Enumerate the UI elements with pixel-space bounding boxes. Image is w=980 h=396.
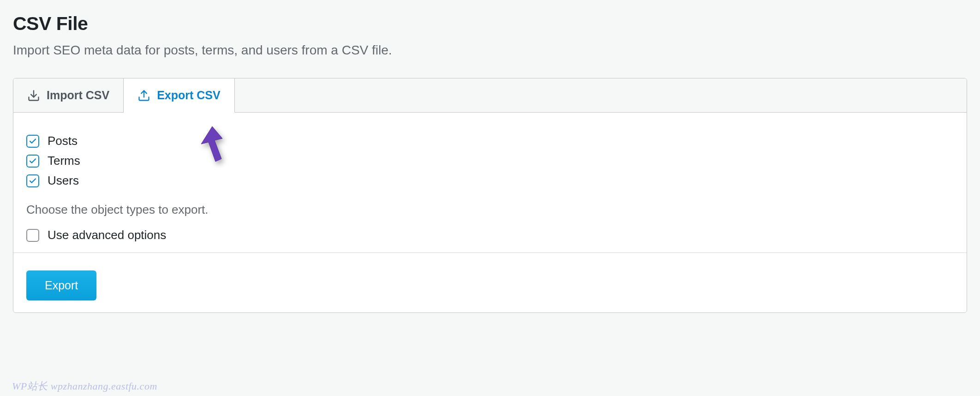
advanced-row: Use advanced options <box>26 228 954 252</box>
download-icon <box>27 89 40 102</box>
divider <box>13 252 967 253</box>
csv-panel: Import CSV Export CSV Posts Term <box>13 78 967 313</box>
tab-export-label: Export CSV <box>157 89 221 102</box>
label-advanced[interactable]: Use advanced options <box>48 228 166 242</box>
tab-import-csv[interactable]: Import CSV <box>13 78 124 112</box>
option-row-posts: Posts <box>26 134 954 148</box>
export-form: Posts Terms Users Choose the object type… <box>13 113 967 258</box>
label-users[interactable]: Users <box>48 174 79 188</box>
checkbox-posts[interactable] <box>26 135 39 148</box>
helper-text: Choose the object types to export. <box>26 203 954 217</box>
export-button[interactable]: Export <box>26 270 96 300</box>
tab-import-label: Import CSV <box>47 89 109 102</box>
label-posts[interactable]: Posts <box>48 134 78 148</box>
checkbox-users[interactable] <box>26 174 39 187</box>
page-title: CSV File <box>13 13 967 35</box>
tab-bar: Import CSV Export CSV <box>13 78 967 113</box>
option-row-users: Users <box>26 174 954 188</box>
tab-export-csv[interactable]: Export CSV <box>124 78 235 113</box>
form-footer: Export <box>13 258 967 312</box>
option-row-terms: Terms <box>26 154 954 168</box>
watermark: WP站长 wpzhanzhang.eastfu.com <box>12 379 157 393</box>
upload-icon <box>137 89 150 102</box>
checkbox-advanced[interactable] <box>26 229 39 242</box>
page-header: CSV File Import SEO meta data for posts,… <box>13 13 967 58</box>
page-subtitle: Import SEO meta data for posts, terms, a… <box>13 43 967 58</box>
checkbox-terms[interactable] <box>26 155 39 168</box>
label-terms[interactable]: Terms <box>48 154 80 168</box>
